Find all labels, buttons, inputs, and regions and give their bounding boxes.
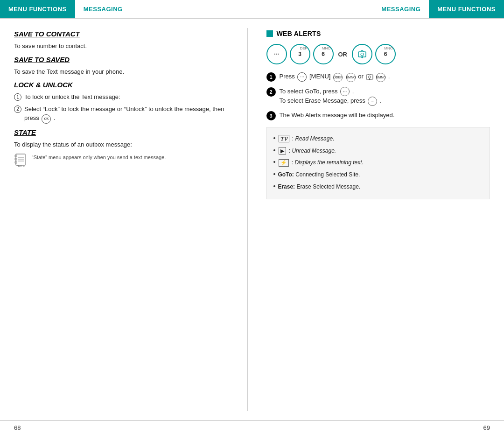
steps-list: 1 Press ··· [MENU] 3DEF 6MNO or (266, 72, 490, 120)
button-icons-row: ··· 3 DEF 6 MNO OR (266, 44, 490, 64)
6mno-button-icon-2: 6 MNO (375, 44, 396, 64)
step-2: 2 To select GoTo, press ··· . To select … (266, 87, 490, 106)
press-6mno-2: 6MNO (376, 73, 385, 82)
state-title: STATE (14, 128, 238, 136)
info-text-1: 𝓣𝓥 : Read Message. (278, 134, 334, 143)
info-item-4: • GoTo: Connecting Selected Site. (273, 169, 483, 180)
goto-btn: ··· (340, 87, 350, 96)
list-num-1: 1 (14, 93, 21, 101)
notebook-svg-icon: NOTE (14, 154, 27, 168)
header-left: MENU FUNCTIONS MESSAGING (0, 0, 252, 18)
lock-unlock-item1-text: To lock or unlock the Text message: (24, 92, 120, 102)
main-content: SAVE TO CONTACT To save number to contac… (0, 19, 504, 420)
step-3: 3 The Web Alerts message will be display… (266, 111, 490, 120)
lock-unlock-section: LOCK & UNLOCK 1 To lock or unlock the Te… (14, 81, 238, 124)
web-alerts-title-text: WEB ALERTS (277, 30, 321, 37)
info-text-5: Erase: Erase Selected Message. (278, 182, 360, 191)
page-wrapper: MENU FUNCTIONS MESSAGING MESSAGING MENU … (0, 0, 504, 435)
info-item-3: • ⚡ : Displays the remaining text. (273, 157, 483, 168)
step-num-3: 3 (266, 111, 276, 120)
remaining-text-icon: ⚡ (279, 159, 289, 167)
camera-inline-icon (365, 73, 374, 81)
list-num-2: 2 (14, 105, 21, 113)
info-item-5: • Erase: Erase Selected Message. (273, 181, 483, 192)
info-text-4: GoTo: Connecting Selected Site. (278, 170, 360, 179)
info-text-3: ⚡ : Displays the remaining text. (278, 158, 363, 167)
or-text: OR (336, 51, 350, 58)
unread-msg-icon: ▶ (279, 147, 286, 154)
note-text: “State” menu appears only when you send … (32, 154, 166, 161)
bullet-1: • (273, 133, 276, 144)
lock-unlock-item2-text: Select “Lock” to lock the message or “Un… (24, 105, 238, 124)
dots-button-icon: ··· (266, 44, 287, 64)
3def-button-icon: 3 DEF (290, 44, 310, 64)
state-body: To display the status of an outbox messa… (14, 140, 238, 149)
step-1: 1 Press ··· [MENU] 3DEF 6MNO or (266, 72, 490, 82)
header: MENU FUNCTIONS MESSAGING MESSAGING MENU … (0, 0, 504, 19)
press-btn-1: ··· (297, 72, 307, 82)
lock-unlock-item2: 2 Select “Lock” to lock the message or “… (14, 105, 238, 124)
menu-functions-badge-left: MENU FUNCTIONS (0, 0, 75, 18)
menu-functions-badge-right: MENU FUNCTIONS (429, 0, 504, 18)
footer: 68 69 (0, 420, 504, 435)
lock-unlock-item1: 1 To lock or unlock the Text message: (14, 92, 238, 102)
step-num-1: 1 (266, 72, 276, 82)
teal-square-icon (266, 30, 273, 37)
save-to-contact-title: SAVE TO CONTACT (14, 30, 238, 38)
note-icon: NOTE (14, 154, 27, 168)
info-box: • 𝓣𝓥 : Read Message. • ▶ : Unread Messag… (266, 127, 490, 199)
ok-button-icon: ok (42, 114, 51, 124)
messaging-label-right: MESSAGING (373, 6, 429, 13)
svg-point-9 (361, 53, 364, 56)
info-item-2: • ▶ : Unread Message. (273, 145, 483, 156)
bullet-3: • (273, 157, 276, 168)
svg-rect-0 (16, 154, 25, 165)
svg-text:NOTE: NOTE (17, 164, 25, 167)
step-3-content: The Web Alerts message will be displayed… (280, 111, 490, 120)
messaging-label-left: MESSAGING (75, 6, 131, 13)
bullet-4: • (273, 169, 276, 180)
info-item-1: • 𝓣𝓥 : Read Message. (273, 133, 483, 144)
6mno-button-icon-1: 6 MNO (313, 44, 334, 64)
footer-page-left: 68 (14, 424, 21, 431)
press-6mno-1: 6MNO (346, 73, 356, 82)
left-column: SAVE TO CONTACT To save number to contac… (14, 28, 248, 411)
lock-unlock-list: 1 To lock or unlock the Text message: 2 … (14, 92, 238, 124)
bullet-2: • (273, 145, 276, 156)
read-msg-icon: 𝓣𝓥 (279, 135, 289, 142)
step-num-2: 2 (266, 87, 276, 97)
step-2-content: To select GoTo, press ··· . To select Er… (280, 87, 490, 106)
save-to-contact-body: To save number to contact. (14, 42, 238, 51)
save-to-saved-section: SAVE TO SAVED To save the Text message i… (14, 56, 238, 77)
web-alerts-header: WEB ALERTS (266, 30, 490, 37)
note-box: NOTE “State” menu appears only when you … (14, 154, 238, 168)
footer-page-right: 69 (483, 424, 490, 431)
right-column: WEB ALERTS ··· 3 DEF 6 MNO OR (262, 28, 490, 411)
camera-svg (357, 49, 368, 60)
step-1-content: Press ··· [MENU] 3DEF 6MNO or 6MNO (280, 72, 490, 82)
erase-btn: ··· (368, 97, 377, 106)
state-section: STATE To display the status of an outbox… (14, 128, 238, 149)
header-right: MESSAGING MENU FUNCTIONS (252, 0, 504, 18)
lock-unlock-title: LOCK & UNLOCK (14, 81, 238, 89)
camera-button-icon (352, 44, 372, 64)
save-to-contact-section: SAVE TO CONTACT To save number to contac… (14, 30, 238, 51)
info-text-2: ▶ : Unread Message. (278, 146, 336, 155)
save-to-saved-title: SAVE TO SAVED (14, 56, 238, 63)
svg-point-11 (368, 76, 371, 78)
press-3def: 3DEF (333, 73, 343, 82)
save-to-saved-body: To save the Text message in your phone. (14, 67, 238, 77)
bullet-5: • (273, 181, 276, 192)
